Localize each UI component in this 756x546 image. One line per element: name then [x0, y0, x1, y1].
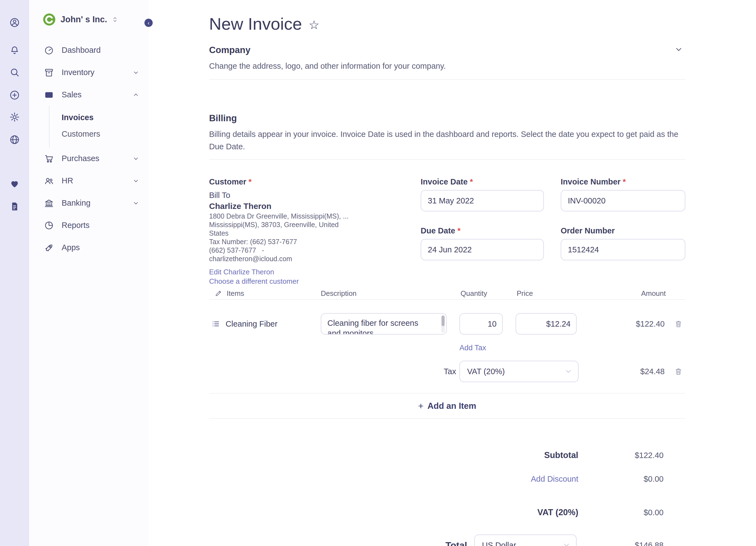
notifications-bell-icon[interactable]: [9, 45, 20, 56]
subtotal-value: $122.40: [578, 451, 664, 460]
choose-customer-link[interactable]: Choose a different customer: [209, 277, 299, 285]
totals-section: Subtotal $122.40 Add Discount $0.00 VAT …: [209, 450, 685, 546]
chevron-down-icon: [564, 367, 573, 375]
tax-select[interactable]: VAT (20%): [459, 361, 579, 382]
chevron-down-icon: [132, 177, 139, 185]
add-item-button[interactable]: + Add an Item: [209, 393, 685, 418]
documents-icon[interactable]: [9, 201, 20, 212]
rocket-icon: [44, 243, 54, 253]
company-section: Company Change the address, logo, and ot…: [209, 45, 685, 72]
sidebar-item-sales[interactable]: Sales: [29, 84, 149, 106]
plus-icon: +: [418, 400, 424, 411]
chevron-down-icon: [132, 69, 139, 76]
customer-address: 1800 Debra Dr Greenville, Mississippi(MS…: [209, 212, 391, 263]
sidebar-item-dashboard[interactable]: Dashboard: [29, 39, 149, 61]
items-table-header: Items Description Quantity Price Amount: [209, 287, 685, 299]
item-description-textarea[interactable]: Cleaning fiber for screens and monitors: [321, 313, 447, 334]
divider: [209, 418, 685, 419]
scrollbar-thumb[interactable]: [442, 315, 445, 326]
invoice-item-row: Cleaning Fiber Cleaning fiber for screen…: [209, 311, 685, 337]
sidebar-item-label: Dashboard: [62, 46, 101, 55]
chevron-down-icon: [132, 155, 139, 162]
sidebar-subitem-customers[interactable]: Customers: [62, 126, 149, 142]
icon-rail: [0, 0, 29, 546]
billing-section-description: Billing details appear in your invoice. …: [209, 128, 685, 153]
address-line: Mississippi(MS), 38703, Greenville, Unit…: [209, 221, 391, 229]
sidebar-item-label: Apps: [62, 243, 80, 252]
sidebar-collapse-button[interactable]: ‹: [144, 19, 153, 27]
tax-select-value: VAT (20%): [467, 367, 505, 376]
add-discount-link[interactable]: Add Discount: [531, 474, 579, 484]
item-name: Cleaning Fiber: [226, 319, 278, 328]
order-number-input[interactable]: [561, 239, 685, 261]
order-number-label: Order Number: [561, 226, 685, 236]
required-asterisk: *: [458, 226, 461, 235]
customer-tax-number: Tax Number: (662) 537-7677: [209, 238, 391, 246]
sidebar-item-apps[interactable]: Apps: [29, 237, 149, 259]
invoice-number-label: Invoice Number*: [561, 177, 685, 187]
total-label: Total: [445, 540, 467, 546]
item-price-input[interactable]: [516, 313, 577, 334]
column-header-items: Items: [227, 289, 244, 298]
favorite-star-icon[interactable]: ☆: [309, 18, 319, 32]
favorites-heart-icon[interactable]: [9, 179, 20, 189]
people-icon: [44, 176, 54, 186]
main-content: New Invoice ☆ Company Change the address…: [149, 0, 756, 546]
column-header-price: Price: [517, 289, 533, 298]
company-expand-chevron-icon[interactable]: [674, 45, 683, 54]
company-name: John' s Inc.: [61, 15, 107, 24]
due-date-input[interactable]: [421, 239, 544, 261]
customer-phone: (662) 537-7677 -: [209, 246, 391, 255]
column-header-quantity: Quantity: [461, 289, 487, 298]
delete-item-trash-icon[interactable]: [674, 319, 683, 328]
quick-add-plus-icon[interactable]: [9, 90, 20, 100]
inventory-box-icon: [44, 68, 54, 78]
invoice-number-input[interactable]: [561, 190, 685, 212]
delete-tax-trash-icon[interactable]: [674, 367, 683, 376]
tax-label: Tax: [444, 367, 456, 376]
chevron-down-icon: [562, 541, 571, 546]
invoice-date-label: Invoice Date*: [421, 177, 544, 187]
sidebar-item-hr[interactable]: HR: [29, 170, 149, 192]
item-description-text: Cleaning fiber for screens and monitors: [321, 314, 446, 334]
user-account-icon[interactable]: [9, 17, 20, 28]
sidebar: John' s Inc. ‹ Dashboard Inventory Sales…: [29, 0, 149, 546]
required-asterisk: *: [623, 177, 626, 186]
required-asterisk: *: [470, 177, 473, 186]
globe-icon[interactable]: [9, 135, 20, 145]
sidebar-item-purchases[interactable]: Purchases: [29, 147, 149, 170]
billing-section: Billing Billing details appear in your i…: [209, 113, 685, 153]
chevron-down-icon: [132, 200, 139, 207]
chevron-up-icon: [132, 91, 139, 98]
sidebar-item-label: Reports: [62, 221, 90, 230]
invoice-date-input[interactable]: [421, 190, 544, 212]
divider: [209, 299, 685, 300]
customer-email: charlizetheron@icloud.com: [209, 255, 391, 263]
vat-total-label: VAT (20%): [537, 507, 578, 517]
sidebar-item-label: Banking: [62, 199, 91, 208]
subtotal-label: Subtotal: [544, 450, 578, 460]
edit-customer-link[interactable]: Edit Charlize Theron: [209, 268, 274, 276]
sidebar-item-banking[interactable]: Banking: [29, 192, 149, 214]
shopping-cart-icon: [44, 154, 54, 164]
sidebar-item-inventory[interactable]: Inventory: [29, 61, 149, 84]
address-line: 1800 Debra Dr Greenville, Mississippi(MS…: [209, 212, 391, 221]
sidebar-item-reports[interactable]: Reports: [29, 214, 149, 237]
settings-gear-icon[interactable]: [9, 112, 20, 122]
invoice-date-field: Invoice Date*: [421, 177, 544, 212]
sidebar-subitem-invoices[interactable]: Invoices: [62, 109, 149, 126]
item-quantity-input[interactable]: [459, 313, 503, 334]
company-switcher[interactable]: John' s Inc. ‹: [29, 0, 149, 39]
required-asterisk: *: [248, 177, 251, 186]
company-section-description: Change the address, logo, and other info…: [209, 60, 685, 72]
scrollbar-track[interactable]: [441, 315, 445, 333]
currency-select[interactable]: US Dollar: [474, 534, 577, 546]
drag-handle-list-icon[interactable]: [211, 319, 220, 328]
company-section-title: Company: [209, 45, 685, 56]
search-icon[interactable]: [9, 67, 20, 78]
billing-section-title: Billing: [209, 113, 685, 124]
tax-row: Tax VAT (20%) $24.48: [209, 361, 685, 382]
company-switch-icon[interactable]: [111, 15, 119, 24]
dashboard-icon: [44, 45, 54, 55]
add-tax-link[interactable]: Add Tax: [459, 344, 486, 353]
